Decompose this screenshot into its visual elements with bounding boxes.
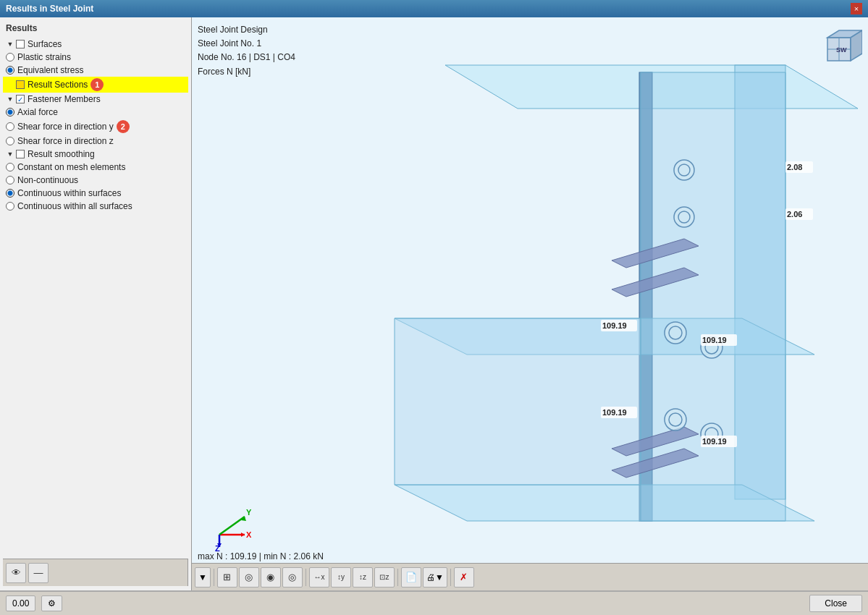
fastener-members-group[interactable]: ▼ Fastener Members xyxy=(3,93,188,106)
result-smoothing-group[interactable]: ▼ Result smoothing xyxy=(3,148,188,161)
result-smoothing-label: Result smoothing xyxy=(28,149,95,159)
svg-marker-36 xyxy=(241,533,245,537)
solid-button[interactable]: ◉ xyxy=(261,567,281,588)
svg-marker-5 xyxy=(395,318,641,485)
svg-text:SW: SW xyxy=(836,46,847,54)
svg-text:109.19: 109.19 xyxy=(702,336,727,344)
non-continuous-item[interactable]: Non-continuous xyxy=(3,174,188,187)
print-arrow: ▼ xyxy=(435,572,444,582)
shear-force-y-item[interactable]: Shear force in direction y 2 xyxy=(3,119,188,135)
x-axis-button[interactable]: ↔x xyxy=(309,567,329,588)
equivalent-stress-radio[interactable] xyxy=(6,66,14,75)
view-options-button[interactable]: 📄 xyxy=(401,567,421,588)
continuous-all-item[interactable]: Continuous within all surfaces xyxy=(3,200,188,213)
grid-button[interactable]: ⊞ xyxy=(217,567,237,588)
surfaces-label: Surfaces xyxy=(28,39,62,49)
smoothing-checkbox[interactable] xyxy=(16,150,25,158)
content-area: Results ▼ Surfaces Plastic strains Equiv… xyxy=(0,17,868,590)
sep4 xyxy=(450,569,451,586)
continuous-surfaces-radio[interactable] xyxy=(6,189,14,198)
print-icon: 🖨 xyxy=(426,572,435,582)
z-axis-button[interactable]: ↕z xyxy=(353,567,373,588)
sep2 xyxy=(306,569,306,586)
equivalent-stress-item[interactable]: Equivalent stress xyxy=(3,64,188,77)
fastener-expand[interactable]: ▼ xyxy=(6,95,14,103)
continuous-all-radio[interactable] xyxy=(6,202,14,211)
fastener-members-label: Fastener Members xyxy=(28,94,101,104)
surfaces-expand[interactable]: ▼ xyxy=(6,40,14,48)
badge-2: 2 xyxy=(117,120,130,133)
shear-force-z-item[interactable]: Shear force in direction z xyxy=(3,135,188,148)
close-window-button[interactable]: × xyxy=(851,3,862,14)
axial-force-label: Axial force xyxy=(17,107,58,117)
surfaces-group[interactable]: ▼ Surfaces xyxy=(3,38,188,51)
cube-nav-icon[interactable]: SW xyxy=(816,23,862,69)
svg-text:Y: Y xyxy=(246,508,252,517)
svg-text:109.19: 109.19 xyxy=(602,321,627,330)
result-sections-label: Result Sections xyxy=(28,80,88,90)
shear-force-y-label: Shear force in direction y xyxy=(17,122,114,132)
svg-point-11 xyxy=(674,160,694,180)
plastic-strains-label: Plastic strains xyxy=(17,52,71,62)
shear-force-z-label: Shear force in direction z xyxy=(17,136,114,146)
min-max-text: max N : 109.19 | min N : 2.06 kN xyxy=(198,551,324,561)
svg-text:109.19: 109.19 xyxy=(602,408,627,417)
print-dropdown[interactable]: 🖨 ▼ xyxy=(423,567,447,588)
constant-radio[interactable] xyxy=(6,163,14,171)
sep1 xyxy=(214,569,214,586)
render-button[interactable]: ◎ xyxy=(282,567,303,588)
window-title: Results in Steel Joint xyxy=(6,4,93,14)
wireframe-button[interactable]: ◎ xyxy=(239,567,259,588)
constant-label: Constant on mesh elements xyxy=(17,162,125,172)
axis-indicator: X Y Z xyxy=(205,495,263,553)
svg-text:X: X xyxy=(246,530,252,539)
svg-line-38 xyxy=(219,517,245,535)
svg-point-13 xyxy=(674,207,694,227)
app-bottom-bar: 0.00 ⚙ Close xyxy=(0,590,868,615)
view-toolbar: ▼ ⊞ ◎ ◉ ◎ ↔x ↕y ↕z ⊡z 📄 🖨 ▼ ✗ xyxy=(192,563,868,590)
axial-force-item[interactable]: Axial force xyxy=(3,106,188,119)
constant-item[interactable]: Constant on mesh elements xyxy=(3,161,188,174)
shear-force-z-radio[interactable] xyxy=(6,137,14,145)
continuous-surfaces-label: Continuous within surfaces xyxy=(17,188,121,198)
svg-text:2.06: 2.06 xyxy=(787,210,802,219)
eye-button[interactable]: 👁 xyxy=(6,563,26,583)
result-sections-item[interactable]: Result Sections 1 xyxy=(3,77,188,93)
plastic-strains-radio[interactable] xyxy=(6,53,14,62)
equivalent-stress-label: Equivalent stress xyxy=(17,65,83,75)
non-continuous-label: Non-continuous xyxy=(17,175,78,185)
view-dropdown[interactable]: ▼ xyxy=(195,567,211,588)
left-panel: Results ▼ Surfaces Plastic strains Equiv… xyxy=(0,17,192,590)
title-bar: Results in Steel Joint × xyxy=(0,0,868,17)
svg-point-15 xyxy=(665,322,686,344)
axial-force-radio[interactable] xyxy=(6,108,14,116)
settings-button[interactable]: ⚙ xyxy=(41,595,62,611)
info-button[interactable]: 0.00 xyxy=(6,595,35,611)
svg-text:2.08: 2.08 xyxy=(787,163,802,171)
close-view-button[interactable]: ✗ xyxy=(454,567,474,588)
xy-axis-button[interactable]: ⊡z xyxy=(374,567,395,588)
svg-point-19 xyxy=(665,409,686,430)
view-panel: Steel Joint Design Steel Joint No. 1 Nod… xyxy=(192,17,868,590)
3d-scene: 2.08 2.06 109.19 109.19 109.19 109.19 xyxy=(192,17,868,590)
continuous-all-label: Continuous within all surfaces xyxy=(17,201,132,211)
bottom-left: 0.00 ⚙ xyxy=(6,595,62,611)
svg-marker-6 xyxy=(641,72,785,521)
continuous-surfaces-item[interactable]: Continuous within surfaces xyxy=(3,187,188,200)
smoothing-expand[interactable]: ▼ xyxy=(6,150,14,158)
surfaces-checkbox[interactable] xyxy=(16,40,25,48)
dropdown-arrow: ▼ xyxy=(198,572,207,582)
results-header: Results xyxy=(3,22,188,35)
result-sections-checkbox[interactable] xyxy=(16,80,25,89)
fastener-checkbox[interactable] xyxy=(16,95,25,103)
badge-1: 1 xyxy=(90,78,104,91)
main-container: Results ▼ Surfaces Plastic strains Equiv… xyxy=(0,17,868,615)
svg-text:109.19: 109.19 xyxy=(702,437,727,446)
line-button[interactable]: — xyxy=(28,563,49,583)
close-dialog-button[interactable]: Close xyxy=(809,595,862,612)
non-continuous-radio[interactable] xyxy=(6,176,14,184)
left-panel-toolbar: 👁 — xyxy=(3,559,188,586)
plastic-strains-item[interactable]: Plastic strains xyxy=(3,51,188,64)
y-axis-button[interactable]: ↕y xyxy=(331,567,351,588)
shear-force-y-radio[interactable] xyxy=(6,122,14,131)
